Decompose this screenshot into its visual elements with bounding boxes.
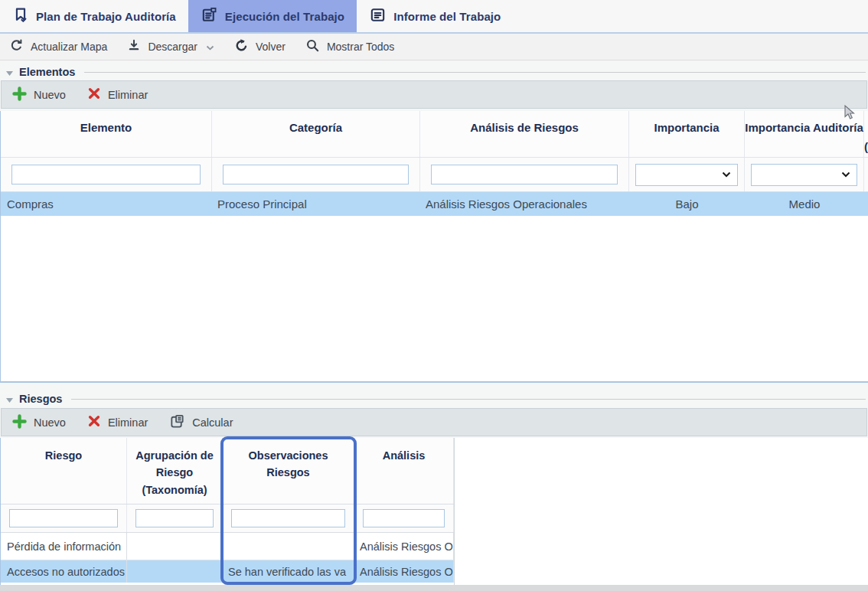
elementos-nuevo-button[interactable]: Nuevo — [12, 87, 66, 103]
riesgo-filter-input[interactable] — [9, 509, 118, 527]
riesgos-table: Riesgo Agrupación de Riesgo (Taxonomía) … — [0, 438, 455, 585]
main-tabbar: Plan de Trabajo Auditoría Ejecución del … — [0, 0, 868, 34]
search-icon — [305, 38, 320, 55]
calculator-icon — [169, 413, 185, 432]
riesgos-header-row: Riesgo Agrupación de Riesgo (Taxonomía) … — [1, 438, 454, 504]
elementos-section-header: Elementos — [0, 64, 868, 80]
tab-informe-del-trabajo[interactable]: Informe del Trabajo — [357, 0, 513, 32]
column-header-importancia[interactable]: Importancia — [629, 111, 745, 157]
toolbar-label: Descargar — [148, 41, 197, 53]
cell-observaciones — [223, 533, 354, 560]
elemento-filter-input[interactable] — [11, 165, 201, 184]
action-label: Nuevo — [34, 89, 66, 101]
horizontal-scrollbar[interactable] — [0, 585, 868, 591]
column-header-observaciones-riesgos[interactable]: Observaciones Riesgos — [223, 438, 354, 504]
cell-analisis: Análisis Riesgos Operacionales — [354, 533, 454, 560]
chevron-down-icon[interactable] — [206, 41, 214, 53]
section-title: Elementos — [19, 66, 75, 78]
cell-importancia-auditoria: Medio — [745, 198, 864, 211]
chevron-down-icon — [841, 171, 850, 178]
column-header-elemento[interactable]: Elemento — [1, 111, 212, 157]
mostrar-todos-button[interactable]: Mostrar Todos — [305, 38, 394, 55]
column-header-categoria[interactable]: Categoría — [212, 111, 420, 157]
document-form-icon — [201, 6, 218, 26]
riesgos-table-row-perdida[interactable]: Pérdida de información Análisis Riesgos … — [1, 533, 454, 560]
cell-analisis: Análisis Riesgos Operacionales — [420, 198, 629, 211]
riesgos-actionbar: Nuevo Eliminar Calcular — [1, 408, 867, 436]
importancia-auditoria-filter-select[interactable] — [751, 164, 857, 186]
riesgos-calcular-button[interactable]: Calcular — [169, 413, 233, 432]
plus-icon — [12, 87, 27, 103]
document-lines-icon — [369, 6, 387, 26]
tab-label: Ejecución del Trabajo — [225, 10, 344, 23]
section-divider — [71, 399, 866, 400]
importancia-filter-select[interactable] — [635, 164, 738, 186]
agrupacion-filter-input[interactable] — [135, 509, 214, 527]
elementos-table-row-compras[interactable]: Compras Proceso Principal Análisis Riesg… — [1, 192, 868, 216]
cell-importancia: Bajo — [629, 198, 745, 211]
toolbar-label: Volver — [256, 41, 286, 53]
volver-button[interactable]: Volver — [234, 38, 286, 55]
tab-plan-de-trabajo-auditoria[interactable]: Plan de Trabajo Auditoría — [0, 0, 188, 32]
tab-label: Plan de Trabajo Auditoría — [36, 10, 176, 23]
riesgos-section-header: Riesgos — [0, 391, 868, 407]
toolbar-label: Mostrar Todos — [327, 41, 394, 53]
bookmark-check-icon — [12, 6, 29, 26]
cell-elemento: Compras — [1, 198, 212, 211]
column-header-importancia-auditoria[interactable]: Importancia Auditoría — [745, 111, 864, 157]
main-toolbar: Actualizar Mapa Descargar — [0, 34, 868, 60]
column-header-riesgo[interactable]: Riesgo — [1, 438, 127, 504]
cell-agrupacion — [127, 560, 223, 583]
plus-icon — [12, 414, 27, 431]
cell-analisis: Análisis Riesgos Operacionales — [354, 560, 454, 583]
riesgos-table-band: Riesgo Agrupación de Riesgo (Taxonomía) … — [0, 438, 868, 585]
column-header-analisis-de-riesgos[interactable]: Análisis de Riesgos — [420, 111, 629, 157]
delete-x-icon — [87, 414, 101, 430]
observaciones-filter-input[interactable] — [231, 509, 345, 527]
elementos-header-row: Elemento Categoría Análisis de Riesgos I… — [1, 111, 868, 158]
download-icon — [127, 38, 141, 55]
column-header-clipped-next: ( — [864, 111, 868, 157]
descargar-button[interactable]: Descargar — [127, 38, 214, 55]
action-label: Nuevo — [34, 416, 66, 429]
action-label: Calcular — [192, 416, 233, 429]
refresh-icon — [9, 38, 24, 55]
cell-observaciones: Se han verificado las va — [223, 560, 354, 583]
riesgos-nuevo-button[interactable]: Nuevo — [12, 414, 66, 431]
riesgos-eliminar-button[interactable]: Eliminar — [87, 414, 148, 430]
riesgos-table-row-accesos[interactable]: Accesos no autorizados Se han verificado… — [1, 560, 454, 583]
action-label: Eliminar — [108, 89, 148, 101]
delete-x-icon — [87, 87, 101, 103]
actualizar-mapa-button[interactable]: Actualizar Mapa — [9, 38, 107, 55]
elementos-actionbar: Nuevo Eliminar — [1, 80, 867, 109]
analisis-filter-input[interactable] — [363, 509, 445, 527]
cell-riesgo: Pérdida de información — [1, 533, 127, 560]
analisis-riesgos-filter-input[interactable] — [431, 165, 618, 184]
action-label: Eliminar — [108, 416, 148, 429]
undo-icon — [234, 38, 249, 55]
cell-riesgo: Accesos no autorizados — [1, 560, 127, 583]
elementos-filter-row — [1, 158, 868, 192]
tab-label: Informe del Trabajo — [393, 10, 501, 23]
cell-categoria: Proceso Principal — [212, 198, 420, 211]
elementos-table: Elemento Categoría Análisis de Riesgos I… — [0, 111, 868, 383]
toolbar-label: Actualizar Mapa — [31, 41, 107, 53]
tab-ejecucion-del-trabajo[interactable]: Ejecución del Trabajo — [188, 0, 357, 32]
elementos-eliminar-button[interactable]: Eliminar — [87, 87, 148, 103]
cell-agrupacion — [127, 533, 223, 560]
categoria-filter-input[interactable] — [223, 165, 409, 184]
column-header-agrupacion-de-riesgo[interactable]: Agrupación de Riesgo (Taxonomía) — [127, 438, 223, 504]
section-title: Riesgos — [19, 393, 62, 405]
collapse-triangle-icon[interactable] — [6, 66, 13, 78]
chevron-down-icon — [722, 171, 731, 178]
audit-app-window: Plan de Trabajo Auditoría Ejecución del … — [0, 0, 868, 591]
riesgos-filter-row — [1, 504, 454, 533]
section-divider — [84, 72, 866, 73]
collapse-triangle-icon[interactable] — [6, 393, 13, 405]
column-header-analisis[interactable]: Análisis — [354, 438, 454, 504]
